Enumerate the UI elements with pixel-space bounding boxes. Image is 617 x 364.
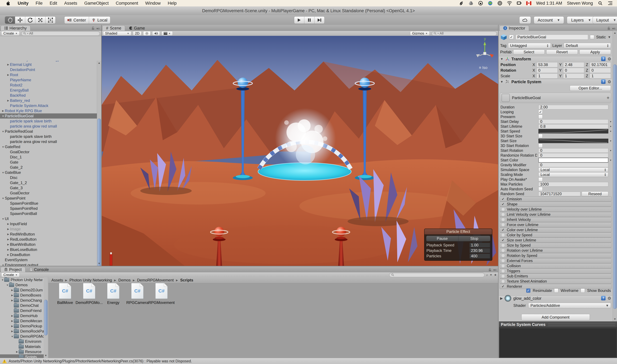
breadcrumb-item[interactable]: DemoRPGMovement	[137, 278, 174, 282]
hierarchy-item[interactable]: SpawnPointBall	[0, 211, 97, 216]
ps-field-start-lifetime[interactable]: 0.8	[538, 124, 608, 129]
hierarchy-item[interactable]: ▼ParticleBlueGoal	[0, 113, 97, 118]
hierarchy-item[interactable]: ▶Root	[0, 72, 97, 78]
ps-field-scaling-mode[interactable]: Local▲▼	[538, 172, 608, 177]
ps-field-randomize-rotation-direc[interactable]: 0	[538, 153, 608, 157]
panel-menu-icon[interactable]: ▾≡	[96, 27, 100, 30]
transform-rotation-y[interactable]: 0	[563, 68, 584, 73]
project-tree-scrollbar[interactable]: ▼	[44, 277, 48, 358]
tab-inspector[interactable]: i Inspector	[499, 25, 529, 31]
prefab-revert-button[interactable]: Revert	[546, 50, 578, 54]
window-titlebar[interactable]: DemoRPGMovement-Scene.unity - MultiPlaye…	[0, 6, 617, 15]
hierarchy-item[interactable]: SpawnPointRed	[0, 206, 97, 211]
module-inherit-velocity[interactable]: Inherit Velocity	[499, 217, 612, 222]
transform-scale-x[interactable]: 1	[537, 73, 558, 78]
project-tree-item[interactable]: ▶DemoChang	[0, 298, 44, 303]
gizmos-dropdown[interactable]: Gizmos▼	[410, 31, 430, 36]
lock-icon[interactable]	[607, 26, 610, 31]
hierarchy-item[interactable]: SpawnPointBlue	[0, 201, 97, 206]
rect-tool[interactable]	[45, 16, 55, 24]
menu-gameobject[interactable]: GameObject	[84, 1, 109, 6]
hierarchy-item[interactable]: Particle System Lose Energy	[0, 61, 97, 62]
move-tool[interactable]	[15, 16, 25, 24]
hierarchy-item[interactable]: Disc_1	[0, 155, 97, 160]
overlay-value[interactable]: 230.96	[470, 248, 490, 253]
transform-position-x[interactable]: 53.38	[537, 62, 558, 67]
project-tree-item[interactable]: Scripts	[0, 354, 44, 358]
module-rotation-over-lifetime[interactable]: Rotation over Lifetime	[499, 248, 612, 253]
hierarchy-item[interactable]: ▶InputField	[0, 221, 97, 226]
foldout-icon[interactable]: ▼	[500, 80, 503, 84]
module-texture-sheet-animation[interactable]: Texture Sheet Animation	[499, 279, 612, 284]
project-tree-item[interactable]: Materials	[0, 344, 44, 349]
gear-icon[interactable]: ⚙	[607, 57, 611, 62]
hierarchy-item[interactable]: ▼ParticleRedGoal	[0, 129, 97, 134]
hierarchy-scrollbar[interactable]: ▲ ▼	[97, 61, 101, 266]
project-tree-item[interactable]: ▶DemoHub	[0, 313, 44, 318]
ps-field-3d-start-size[interactable]	[538, 134, 543, 138]
eye-icon[interactable]	[478, 1, 483, 6]
module-size-over-lifetime[interactable]: ✓Size over Lifetime	[499, 238, 612, 243]
open-editor-button[interactable]: Open Editor...	[570, 85, 611, 91]
module-triggers[interactable]: Triggers	[499, 268, 612, 273]
audio-toggle[interactable]	[152, 31, 160, 36]
add-component-button[interactable]: Add Component	[521, 314, 590, 321]
module-color-over-lifetime[interactable]: ✓Color over Lifetime	[499, 227, 612, 233]
hierarchy-search-input[interactable]: ▾ All	[21, 31, 100, 36]
inspector-scrollbar[interactable]: ▲ ▼	[613, 31, 617, 321]
module-emission[interactable]: ✓Emission	[499, 196, 612, 202]
pivot-toggle-button[interactable]: Center	[65, 16, 89, 24]
hierarchy-item[interactable]: Particle System Attack	[0, 103, 97, 108]
effects-dropdown[interactable]: ▼	[161, 31, 173, 36]
transform-position-z[interactable]: 92.17001	[590, 62, 611, 67]
tab-game[interactable]: Game	[126, 26, 148, 31]
menu-edit[interactable]: Edit	[50, 1, 57, 6]
notification-center-icon[interactable]	[608, 1, 613, 6]
status-bar[interactable]: Assets/Photon Unity Networking/Plugins/P…	[0, 358, 617, 364]
breadcrumb-item[interactable]: Demos	[118, 278, 131, 282]
project-tree-item[interactable]: DemoChat	[0, 303, 44, 308]
lock-icon[interactable]	[92, 26, 94, 31]
hierarchy-item[interactable]: Robot2	[0, 83, 97, 88]
project-tree-item[interactable]: ▼Photon Unity Netw	[0, 277, 44, 282]
hierarchy-item[interactable]: Gate_1_2	[0, 180, 97, 185]
module-sub-emitters[interactable]: Sub Emitters	[499, 273, 612, 279]
gear-icon[interactable]: ⚙	[607, 296, 611, 301]
reseed-button[interactable]: Reseed	[582, 192, 608, 196]
toggle-resimulate[interactable]: ✓	[526, 288, 530, 293]
ps-field-max-particles[interactable]: 1000	[538, 182, 608, 186]
hierarchy-item[interactable]: particle area glow red small	[0, 124, 97, 129]
project-tree-item[interactable]: Environm	[0, 339, 44, 344]
module-color-by-speed[interactable]: Color by Speed	[499, 233, 612, 238]
curves-canvas[interactable]	[500, 329, 616, 357]
help-icon[interactable]: ?	[601, 57, 605, 61]
tab-console[interactable]: Console	[26, 267, 53, 272]
layers-dropdown[interactable]: Layers▼	[567, 16, 595, 24]
ps-field-3d-start-rotation[interactable]	[538, 143, 543, 148]
space-toggle-button[interactable]: Local	[89, 16, 110, 24]
hierarchy-item[interactable]: ▶BlueLoseButton	[0, 247, 97, 252]
hierarchy-item[interactable]: ▼UI	[0, 216, 97, 221]
breadcrumb-item[interactable]: Assets	[52, 278, 63, 282]
project-file[interactable]: C# RPGMovement	[149, 283, 173, 305]
tab-project[interactable]: Project	[1, 267, 25, 272]
step-button[interactable]	[315, 16, 324, 24]
globe-icon[interactable]	[488, 1, 493, 6]
rotate-tool[interactable]	[25, 16, 35, 24]
active-checkbox[interactable]: ✓	[509, 35, 514, 39]
static-checkbox[interactable]	[590, 35, 594, 39]
menu-assets[interactable]: Assets	[64, 1, 77, 6]
layout-dropdown[interactable]: Layout▼	[592, 16, 617, 24]
help-icon[interactable]: ?	[601, 79, 605, 84]
display-icon[interactable]	[517, 1, 522, 6]
tab-scene[interactable]: # Scene	[102, 25, 125, 31]
menu-component[interactable]: Component	[116, 1, 138, 6]
hierarchy-item[interactable]: particle spark slave birth	[0, 134, 97, 139]
project-tree-item[interactable]: ▼DemoRPGMo	[0, 334, 44, 339]
wifi-icon[interactable]	[507, 1, 512, 6]
overlay-value[interactable]: 400	[470, 254, 490, 259]
hierarchy-item[interactable]: particle area glow red small	[0, 139, 97, 144]
ps-field-random-seed[interactable]: 1047171520	[538, 192, 580, 196]
hierarchy-item[interactable]: ▼GateRed	[0, 144, 97, 149]
hierarchy-item[interactable]: Gate_2	[0, 165, 97, 170]
